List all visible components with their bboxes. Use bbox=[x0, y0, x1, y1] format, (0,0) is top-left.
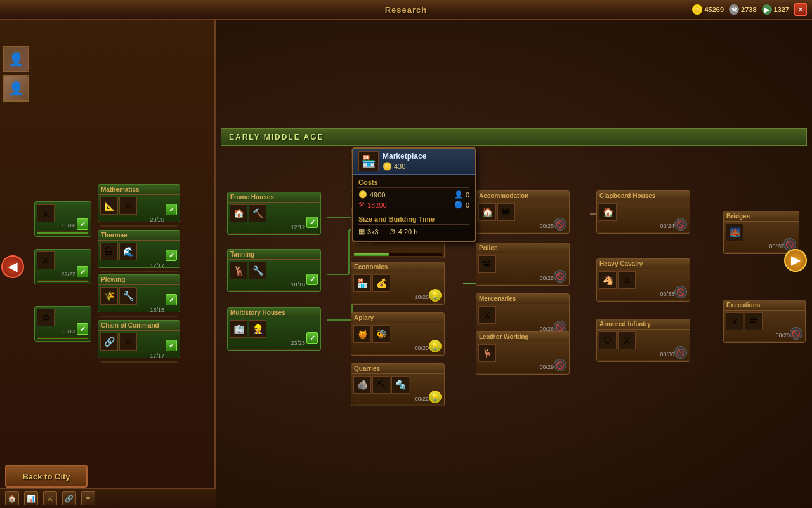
no-btn-accom: 🚫 bbox=[554, 218, 566, 231]
tech-node-chain-of-command[interactable]: Chain of Command 🔗 ⚔ 17/17 ✓ bbox=[98, 320, 180, 358]
tech-progress-bar-leather bbox=[478, 373, 567, 374]
toolbar-btn-chart[interactable]: 📊 bbox=[24, 491, 38, 505]
tech-header-quarries: Quarries bbox=[351, 364, 444, 374]
gold-value: 45269 bbox=[704, 6, 724, 13]
tech-check-left-bot: ✓ bbox=[77, 323, 88, 335]
tech-icon-accom-2: 🏛 bbox=[497, 203, 515, 221]
tech-node-tanning[interactable]: Tanning 🦌 🔧 18/18 ✓ bbox=[227, 249, 321, 292]
no-btn-leather: 🚫 bbox=[554, 359, 566, 371]
tech-icon-clap-1: 🏠 bbox=[599, 203, 617, 221]
marketplace-tooltip: 🏪 Marketplace 🪙 430 Costs 🪙 4900 👤 0 bbox=[352, 147, 476, 242]
tech-check-multi: ✓ bbox=[306, 332, 318, 344]
close-button[interactable]: ✕ bbox=[794, 3, 807, 16]
tech-header-chain: Chain of Command bbox=[98, 321, 180, 331]
tech-icon-armor-1: 🛡 bbox=[599, 331, 617, 349]
tech-node-quarries[interactable]: Quarries 🪨 ⛏ 🔩 00/22 💡 bbox=[351, 363, 445, 406]
tech-progress-bar-exec bbox=[726, 341, 803, 342]
tech-icon-plowing-2: 🔧 bbox=[119, 287, 137, 305]
tech-icon-exec-1: ⚔ bbox=[726, 312, 743, 330]
tech-icon-exec-2: 🏛 bbox=[745, 312, 763, 330]
tech-header-economics: Economics bbox=[351, 262, 444, 272]
tech-progress-bar-quarries bbox=[353, 404, 442, 406]
tooltip-cost-row-1: 🪙 4900 👤 0 bbox=[358, 190, 469, 199]
tech-icon-left-bot: ⚙ bbox=[37, 309, 55, 326]
tech-node-thermae[interactable]: Thermae 🏛 🌊 17/17 ✓ bbox=[98, 230, 180, 268]
tech-check-tanning: ✓ bbox=[306, 274, 318, 285]
tech-node-bridges[interactable]: Bridges 🌉 00/20 🚫 bbox=[723, 211, 799, 254]
tech-progress-bar-frame bbox=[230, 233, 318, 234]
tech-node-multistory[interactable]: Multistory Houses 🏢 👷 23/23 ✓ bbox=[227, 307, 321, 351]
tooltip-res1-pop: 0 bbox=[466, 191, 469, 199]
tech-progress-bar-chain bbox=[100, 361, 178, 363]
tech-icon-quarries-1: 🪨 bbox=[353, 376, 371, 394]
tech-node-left-top[interactable]: ⚔ 16/16 ✓ bbox=[34, 201, 91, 237]
tech-header-clapboard: Clapboard Houses bbox=[597, 191, 690, 201]
tech-progress-bar-plowing bbox=[100, 316, 178, 317]
tech-node-armored-infantry[interactable]: Armored Infantry 🛡 ⚔ 00/30 🚫 bbox=[596, 319, 690, 362]
bulb-btn-econ[interactable]: 💡 bbox=[429, 289, 442, 302]
tech-node-left-bot[interactable]: ⚙ 13/13 ✓ bbox=[34, 306, 91, 342]
tech-header-heavy-cav: Heavy Cavalry bbox=[597, 259, 690, 269]
back-to-city-button[interactable]: Back to City bbox=[5, 465, 88, 488]
tech-icon-multi-1: 🏢 bbox=[230, 320, 247, 338]
tech-check-left-top: ✓ bbox=[77, 218, 88, 230]
bulb-btn-apiary[interactable]: 💡 bbox=[429, 340, 442, 352]
tech-progress-label-thermae: 17/17 bbox=[98, 262, 180, 269]
tech-icon-bridge-1: 🌉 bbox=[726, 224, 743, 241]
tech-progress-bar-left-bot bbox=[37, 337, 89, 340]
toolbar-btn-list[interactable]: ≡ bbox=[81, 491, 95, 505]
toolbar-btn-sword[interactable]: ⚔ bbox=[43, 491, 57, 505]
avatar-area: 👤 👤 bbox=[3, 46, 29, 102]
gold-resource: 🪙 45269 bbox=[692, 4, 724, 15]
tech-icon-left-mid: ⚔ bbox=[37, 251, 55, 269]
tech-node-clapboard[interactable]: Clapboard Houses 🏠 00/24 🚫 bbox=[596, 190, 690, 234]
tech-icon-math-1: 📐 bbox=[100, 197, 118, 215]
tech-icon-frame-1: 🏠 bbox=[230, 204, 247, 222]
tech-header-plowing: Plowing bbox=[98, 275, 180, 285]
tech-icon-thermae-2: 🌊 bbox=[119, 243, 137, 260]
tech-node-police[interactable]: Police 🏛 00/26 🚫 bbox=[476, 243, 570, 286]
tech-node-executions[interactable]: Executions ⚔ 🏛 00/20 🚫 bbox=[723, 300, 806, 343]
nav-left-arrow[interactable]: ◀ bbox=[1, 255, 24, 278]
toolbar-btn-home[interactable]: 🏠 bbox=[5, 491, 19, 505]
nav-right-arrow[interactable]: ▶ bbox=[784, 249, 807, 272]
pop-value: 1327 bbox=[774, 6, 789, 13]
tech-icon-apiary-1: 🍯 bbox=[353, 325, 371, 343]
toolbar-btn-link[interactable]: 🔗 bbox=[62, 491, 76, 505]
tech-icon-leather-1: 🦌 bbox=[478, 344, 496, 362]
tech-header-bridges: Bridges bbox=[724, 211, 799, 222]
avatar-1[interactable]: 👤 bbox=[3, 46, 29, 72]
tech-node-plowing[interactable]: Plowing 🌾 🔧 15/15 ✓ bbox=[98, 274, 180, 312]
tech-node-mercenaries[interactable]: Mercenaries ⚔ 00/26 🚫 bbox=[476, 293, 570, 337]
tooltip-cost-row-2: ⚒ 18200 🔵 0 bbox=[358, 201, 469, 209]
left-sidebar: 👤 👤 ⚔ 16/16 ✓ Mathematics 📐 ⚔ 20/20 ✓ bbox=[0, 20, 216, 508]
resources-bar: 🪙 45269 ⚒ 2738 ▶ 1327 ✕ bbox=[692, 3, 807, 16]
tech-check-left-mid: ✓ bbox=[77, 266, 88, 277]
tech-node-economics[interactable]: Economics 🏪 💰 10/26 💡 bbox=[351, 262, 445, 305]
no-btn-police: 🚫 bbox=[554, 270, 566, 283]
tooltip-size-row: ▦ 3x3 ⏱ 4:20 h bbox=[358, 227, 469, 236]
tech-header-mathematics: Mathematics bbox=[98, 185, 180, 195]
tech-header-mercenaries: Mercenaries bbox=[476, 294, 569, 304]
avatar-2[interactable]: 👤 bbox=[3, 75, 29, 102]
tech-node-heavy-cavalry[interactable]: Heavy Cavalry 🐴 ⚔ 00/33 🚫 bbox=[596, 258, 690, 302]
tech-icon-quarries-2: ⛏ bbox=[372, 376, 390, 394]
tech-node-left-mid[interactable]: ⚔ 22/22 ✓ bbox=[34, 249, 91, 284]
tech-progress-label-plowing: 15/15 bbox=[98, 307, 180, 313]
tech-header-armor: Armored Infantry bbox=[597, 319, 690, 330]
tech-node-leather-working[interactable]: Leather Working 🦌 00/29 🚫 bbox=[476, 331, 570, 375]
sword-icon: ⚒ bbox=[729, 4, 739, 15]
no-btn-armor: 🚫 bbox=[674, 346, 687, 359]
tech-node-mathematics[interactable]: Mathematics 📐 ⚔ 20/20 ✓ bbox=[98, 184, 180, 222]
tech-node-frame-houses[interactable]: Frame Houses 🏠 🔨 12/12 ✓ bbox=[227, 192, 321, 235]
bottom-toolbar: 🏠 📊 ⚔ 🔗 ≡ bbox=[0, 488, 216, 508]
tech-node-apiary[interactable]: Apiary 🍯 🐝 00/20 💡 bbox=[351, 312, 445, 356]
tooltip-res1-value: 4900 bbox=[370, 191, 385, 199]
tooltip-building-icon: 🏪 bbox=[358, 151, 379, 171]
bulb-btn-quarries[interactable]: 💡 bbox=[429, 391, 442, 403]
tech-node-accommodation[interactable]: Accommodation 🏠 🏛 00/25 🚫 bbox=[476, 190, 570, 234]
tech-icon-quarries-3: 🔩 bbox=[391, 376, 409, 394]
tech-progress-bar-apiary bbox=[353, 354, 442, 355]
tooltip-res2-pop: 0 bbox=[466, 201, 469, 209]
tech-progress-bar-thermae bbox=[100, 271, 178, 272]
